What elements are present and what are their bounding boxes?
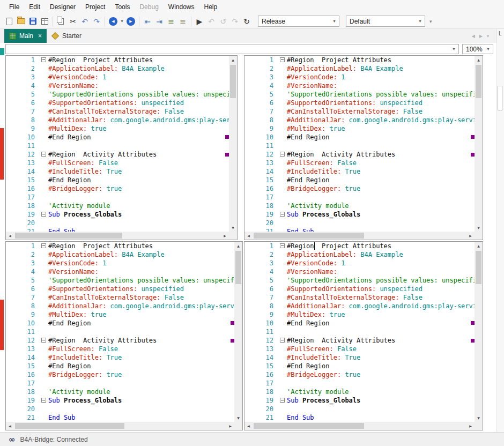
scroll-left-icon[interactable]: ◀ <box>244 422 253 430</box>
navigate-back-icon[interactable] <box>107 15 119 28</box>
code-area[interactable]: 1#Region Project Attributes2#Application… <box>244 56 475 232</box>
code-text[interactable] <box>48 193 229 202</box>
code-text[interactable]: End Sub <box>48 413 234 422</box>
code-text[interactable]: #VersionName: <box>287 267 475 276</box>
collapse-icon[interactable] <box>41 57 46 62</box>
code-text[interactable]: #MultiDex: true <box>48 310 234 319</box>
chevron-down-icon[interactable]: ▾ <box>484 45 492 53</box>
code-text[interactable]: #ApplicationLabel: B4A Example <box>287 250 475 259</box>
left-dock-red-tab[interactable] <box>0 300 4 350</box>
scroll-right-icon[interactable]: ▶ <box>466 232 475 240</box>
code-text[interactable]: 'Activity module <box>48 388 234 396</box>
scrollbar-thumb[interactable] <box>476 65 481 98</box>
find-icon[interactable] <box>39 15 50 28</box>
code-text[interactable]: #SupportedOrientations: unspecified <box>48 99 229 107</box>
code-text[interactable]: #VersionCode: 1 <box>287 259 475 267</box>
code-text[interactable]: Sub Process_Globals <box>287 396 475 405</box>
menu-help[interactable]: Help <box>199 3 223 11</box>
code-text[interactable]: #FullScreen: False <box>48 345 234 353</box>
menu-designer[interactable]: Designer <box>45 3 80 11</box>
vertical-scrollbar[interactable]: ▲ ▼ <box>475 242 483 422</box>
code-text[interactable]: #VersionName: <box>287 81 475 90</box>
code-text[interactable]: #VersionCode: 1 <box>287 73 475 81</box>
scroll-left-icon[interactable]: ◀ <box>244 232 253 240</box>
code-text[interactable] <box>48 219 229 227</box>
navigate-forward-icon[interactable] <box>125 15 137 28</box>
menu-project[interactable]: Project <box>80 3 110 11</box>
code-text[interactable]: 'SupportedOrientations possible values: … <box>48 90 229 99</box>
code-text[interactable]: #Region Project Attributes <box>287 242 475 250</box>
collapse-icon[interactable] <box>41 398 46 403</box>
scroll-up-icon[interactable]: ▲ <box>475 242 483 250</box>
tab-starter[interactable]: Starter <box>47 29 86 43</box>
code-area[interactable]: 1#Region Project Attributes2#Application… <box>6 242 234 422</box>
scroll-up-icon[interactable]: ▲ <box>229 56 237 64</box>
scroll-up-icon[interactable]: ▲ <box>234 242 242 250</box>
code-text[interactable]: #End Region <box>48 133 229 142</box>
scroll-left-icon[interactable]: ◀ <box>6 422 14 430</box>
code-text[interactable]: #VersionName: <box>48 81 229 90</box>
copy-icon[interactable] <box>55 15 67 28</box>
code-text[interactable]: #SupportedOrientations: unspecified <box>287 285 475 293</box>
scrollbar-thumb[interactable] <box>254 233 364 239</box>
code-text[interactable]: #End Region <box>287 176 475 184</box>
scroll-down-icon[interactable]: ▼ <box>234 414 242 422</box>
comment-icon[interactable]: ≡ <box>165 15 177 28</box>
code-text[interactable]: #End Region <box>48 176 229 184</box>
scroll-down-icon[interactable]: ▼ <box>475 414 483 422</box>
run-icon[interactable]: ▶ <box>194 15 205 28</box>
code-text[interactable]: End Sub <box>287 227 475 232</box>
code-text[interactable]: #VersionCode: 1 <box>48 73 229 81</box>
tab-list-icon[interactable]: ▾ <box>487 34 489 39</box>
code-text[interactable]: #End Region <box>287 133 475 142</box>
refresh-icon[interactable]: ↻ <box>241 15 253 28</box>
horizontal-scrollbar[interactable]: ◀ ▶ <box>244 232 475 240</box>
code-text[interactable]: 'Activity module <box>48 202 229 210</box>
chevron-down-icon[interactable]: ▾ <box>416 17 424 26</box>
code-text[interactable]: #BridgeLogger: true <box>48 184 229 193</box>
code-area[interactable]: 1#Region Project Attributes2#Application… <box>244 242 475 422</box>
uncomment-icon[interactable]: ≡ <box>177 15 189 28</box>
code-text[interactable]: #MultiDex: true <box>287 124 475 133</box>
code-text[interactable]: 'SupportedOrientations possible values: … <box>287 276 475 285</box>
indent-icon[interactable]: ⇥ <box>153 15 165 28</box>
code-text[interactable] <box>48 142 229 150</box>
code-text[interactable]: #MultiDex: true <box>287 310 475 319</box>
code-text[interactable] <box>287 193 475 202</box>
collapse-icon[interactable] <box>280 212 285 217</box>
left-dock-red-tab[interactable] <box>0 128 4 180</box>
collapse-icon[interactable] <box>41 338 46 343</box>
code-text[interactable]: #FullScreen: False <box>48 159 229 167</box>
code-text[interactable] <box>48 405 234 413</box>
collapse-icon[interactable] <box>41 243 46 248</box>
code-text[interactable]: #Region Activity Attributes <box>287 150 475 159</box>
scrollbar-thumb[interactable] <box>254 423 364 429</box>
scrollbar-thumb[interactable] <box>230 65 236 98</box>
code-text[interactable]: #BridgeLogger: true <box>287 370 475 379</box>
code-text[interactable]: #ApplicationLabel: B4A Example <box>48 250 234 259</box>
code-text[interactable] <box>287 379 475 388</box>
code-text[interactable]: #FullScreen: False <box>287 159 475 167</box>
code-text[interactable]: #IncludeTitle: True <box>48 167 229 176</box>
recompile-icon[interactable]: ↷ <box>229 15 241 28</box>
zoom-combobox[interactable]: 100% ▾ <box>462 44 493 54</box>
back-history-dropdown-icon[interactable]: ▾ <box>119 15 125 28</box>
code-text[interactable]: #Region Project Attributes <box>48 242 234 250</box>
tab-scroll-left-icon[interactable]: ◀ <box>472 34 475 39</box>
build-configuration-combobox[interactable]: Release ▾ <box>258 16 339 27</box>
code-text[interactable]: #ApplicationLabel: B4A Example <box>48 64 229 73</box>
collapse-icon[interactable] <box>280 243 285 248</box>
collapse-icon[interactable] <box>41 212 46 217</box>
code-text[interactable]: 'SupportedOrientations possible values: … <box>287 90 475 99</box>
code-text[interactable]: #Region Activity Attributes <box>48 336 234 345</box>
scrollbar-thumb[interactable] <box>235 251 241 284</box>
compile-icon[interactable]: ↺ <box>217 15 229 28</box>
vertical-scrollbar[interactable]: ▲ ▼ <box>234 242 242 422</box>
scroll-right-icon[interactable]: ▶ <box>221 232 229 240</box>
code-text[interactable]: 'SupportedOrientations possible values: … <box>48 276 234 285</box>
menu-debug[interactable]: Debug <box>135 3 163 11</box>
scrollbar-thumb[interactable] <box>476 251 481 284</box>
code-text[interactable]: Sub Process_Globals <box>287 210 475 219</box>
scrollbar-thumb[interactable] <box>15 423 124 429</box>
tab-main[interactable]: Main× <box>4 29 47 43</box>
